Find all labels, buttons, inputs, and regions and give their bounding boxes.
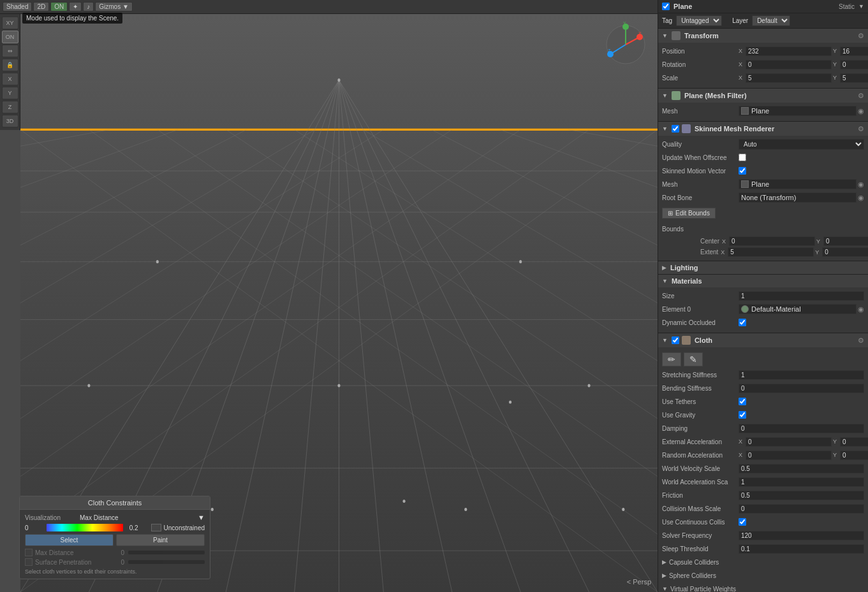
capsule-colliders-label[interactable]: Capsule Colliders <box>669 559 746 566</box>
damping-input[interactable] <box>739 424 864 433</box>
gravity-checkbox[interactable] <box>739 411 746 419</box>
tool-xy[interactable]: XY <box>2 17 18 29</box>
transform-settings-icon[interactable]: ⚙ <box>858 32 864 40</box>
update-offscreen-checkbox[interactable] <box>739 154 746 161</box>
dynamic-occ-checkbox[interactable] <box>739 319 746 326</box>
cloth-active[interactable] <box>672 336 679 344</box>
materials-component: ▼ Materials Size Element 0 Default-Mater… <box>658 275 868 333</box>
svg-text:Y: Y <box>623 21 626 25</box>
svg-point-54 <box>587 384 590 387</box>
left-tools: XY ON ⇔ 🔒 X Y Z 3D <box>0 14 20 130</box>
lighting-header[interactable]: ▶ Lighting <box>658 261 868 274</box>
center-x-input[interactable] <box>729 236 815 246</box>
tag-select[interactable]: Untagged <box>676 15 722 26</box>
svg-point-57 <box>464 508 467 511</box>
visualization-dropdown-arrow[interactable]: ▼ <box>198 514 205 521</box>
skinned-mesh-settings-icon[interactable]: ⚙ <box>858 125 864 133</box>
rot-x-input[interactable] <box>746 60 832 69</box>
object-active-checkbox[interactable] <box>662 3 670 10</box>
bending-input[interactable] <box>739 384 864 393</box>
extent-x-input[interactable] <box>728 247 814 257</box>
pos-x-input[interactable] <box>746 47 832 56</box>
layer-select[interactable]: Default <box>752 15 790 26</box>
surface-pen-slider[interactable] <box>128 560 205 564</box>
solver-freq-input[interactable] <box>739 531 864 540</box>
paint-button[interactable]: Paint <box>116 534 205 546</box>
scene-audio-button[interactable]: ♪ <box>83 2 94 11</box>
tool-x[interactable]: X <box>2 73 18 85</box>
cloth-settings-icon[interactable]: ⚙ <box>858 336 864 345</box>
shaded-button[interactable]: Shaded <box>3 2 32 11</box>
tool-y[interactable]: Y <box>2 87 18 99</box>
tool-lock[interactable]: 🔒 <box>2 59 18 71</box>
cloth-edit-btn2[interactable]: ✎ <box>684 352 703 366</box>
element0-label: Element 0 <box>662 306 739 313</box>
tool-on[interactable]: ON <box>2 31 18 43</box>
world-accel-label: World Acceleration Sca <box>662 479 739 486</box>
pos-y-input[interactable] <box>840 47 868 56</box>
gizmos-button[interactable]: Gizmos ▼ <box>95 2 133 11</box>
center-y-input[interactable] <box>823 236 868 246</box>
ra-x-input[interactable] <box>746 451 832 460</box>
select-button[interactable]: Select <box>25 534 114 546</box>
mesh-filter-settings-icon[interactable]: ⚙ <box>858 92 864 100</box>
tool-3d[interactable]: 3D <box>2 115 18 127</box>
max-distance-checkbox[interactable] <box>25 549 33 556</box>
quality-select[interactable]: Auto <box>739 139 864 150</box>
use-cont-checkbox[interactable] <box>739 518 746 526</box>
mesh-filter-header[interactable]: ▼ Plane (Mesh Filter) ⚙ <box>658 89 868 103</box>
world-accel-input[interactable] <box>739 477 864 487</box>
rotation-label: Rotation <box>662 61 739 68</box>
sm-mesh-picker[interactable]: ◉ <box>858 180 864 189</box>
rot-y-input[interactable] <box>840 60 868 69</box>
friction-input[interactable] <box>739 491 864 500</box>
stretch-input[interactable] <box>739 370 864 380</box>
root-bone-picker[interactable]: ◉ <box>858 194 864 202</box>
tool-z[interactable]: Z <box>2 101 18 113</box>
ea-y-input[interactable] <box>840 437 868 447</box>
virtual-particle-label[interactable]: Virtual Particle Weights <box>670 586 747 593</box>
transform-icon <box>672 31 680 40</box>
skinned-mesh-active[interactable] <box>672 125 679 133</box>
mf-mesh-label: Mesh <box>662 108 739 115</box>
static-dropdown-arrow[interactable]: ▼ <box>858 3 864 10</box>
mesh-filter-title: Plane (Mesh Filter) <box>684 92 855 99</box>
mat-size-input[interactable] <box>739 291 864 301</box>
2d-button[interactable]: 2D <box>33 2 49 11</box>
max-distance-label: Max Distance <box>35 549 105 556</box>
max-distance-slider[interactable] <box>128 551 205 554</box>
transform-header[interactable]: ▼ Transform ⚙ <box>658 29 868 43</box>
scene-gizmo[interactable]: Y X Z <box>600 19 651 70</box>
color-gradient <box>47 524 123 531</box>
cloth-edit-btn1[interactable]: ✏ <box>662 352 681 366</box>
sleep-thresh-input[interactable] <box>739 544 864 554</box>
element0-picker[interactable]: ◉ <box>858 305 864 314</box>
fx-button[interactable]: ✦ <box>69 2 82 11</box>
scale-y-input[interactable] <box>840 73 868 83</box>
quality-label: Quality <box>662 141 739 148</box>
cloth-icon <box>682 336 691 345</box>
edit-bounds-button[interactable]: ⊞ Edit Bounds <box>662 208 716 219</box>
lighting-button[interactable]: ON <box>50 2 68 11</box>
svg-point-56 <box>211 508 214 511</box>
element0-field: Default-Material <box>739 304 857 314</box>
scale-x-input[interactable] <box>746 73 832 83</box>
extent-y-input[interactable] <box>822 247 868 257</box>
skinned-mesh-header[interactable]: ▼ Skinned Mesh Renderer ⚙ <box>658 122 868 136</box>
skinned-motion-checkbox[interactable] <box>739 167 746 175</box>
mf-mesh-picker-icon[interactable]: ◉ <box>858 107 864 115</box>
cloth-header[interactable]: ▼ Cloth ⚙ <box>658 333 868 347</box>
collision-mass-input[interactable] <box>739 504 864 514</box>
tool-move[interactable]: ⇔ <box>2 45 18 57</box>
skinned-mesh-title: Skinned Mesh Renderer <box>695 125 855 133</box>
ra-y-input[interactable] <box>840 451 868 460</box>
ea-x-input[interactable] <box>746 437 832 447</box>
surface-pen-checkbox[interactable] <box>25 558 33 566</box>
svg-text:Z: Z <box>608 48 611 53</box>
range-max: 0.2 <box>129 524 147 531</box>
visualization-value: Max Distance <box>80 514 194 521</box>
sphere-colliders-label[interactable]: Sphere Colliders <box>669 572 746 579</box>
materials-header[interactable]: ▼ Materials <box>658 275 868 287</box>
tethers-checkbox[interactable] <box>739 398 746 405</box>
world-vel-input[interactable] <box>739 464 864 473</box>
